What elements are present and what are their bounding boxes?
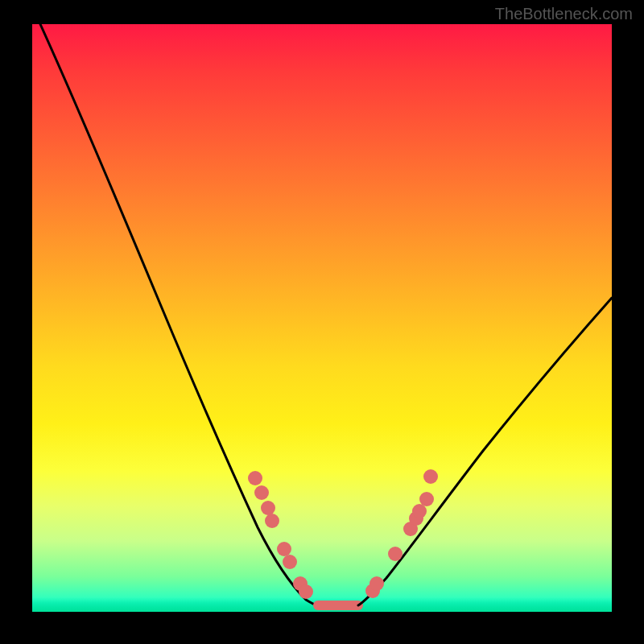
data-marker <box>248 471 262 485</box>
data-marker <box>265 514 279 528</box>
data-marker <box>283 555 297 569</box>
watermark-text: TheBottleneck.com <box>495 5 633 23</box>
data-marker <box>423 469 438 484</box>
data-marker <box>299 584 313 599</box>
data-marker <box>412 504 427 518</box>
data-marker <box>277 542 291 556</box>
chart-svg <box>32 24 612 612</box>
data-marker <box>419 492 434 506</box>
data-marker <box>261 501 275 515</box>
chart-plot-area <box>32 24 612 612</box>
data-marker <box>388 547 402 561</box>
data-marker <box>369 576 384 591</box>
data-marker <box>254 485 269 500</box>
marker-group <box>248 469 438 599</box>
